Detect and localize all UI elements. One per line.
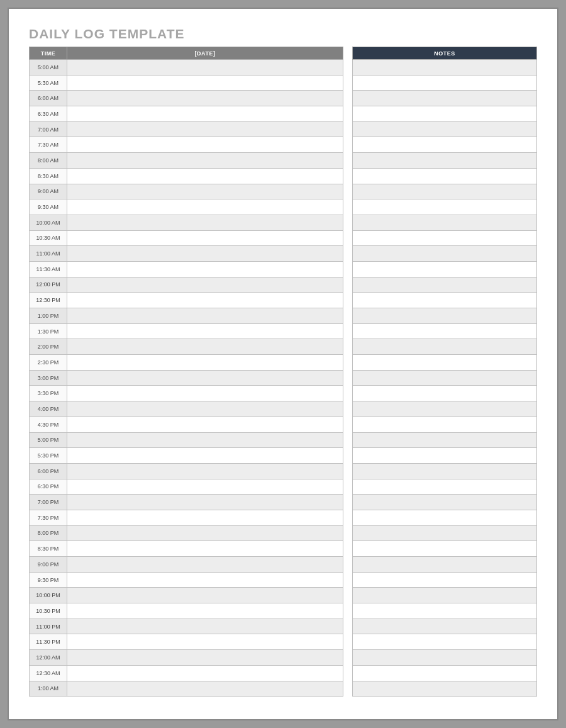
- entry-cell[interactable]: [67, 665, 343, 681]
- notes-cell[interactable]: [353, 91, 537, 106]
- entry-cell[interactable]: [67, 401, 343, 417]
- entry-cell[interactable]: [67, 261, 343, 277]
- entry-cell[interactable]: [67, 541, 343, 557]
- entry-cell[interactable]: [67, 634, 343, 650]
- notes-cell[interactable]: [353, 541, 537, 557]
- entry-cell[interactable]: [67, 75, 343, 91]
- entry-cell[interactable]: [67, 557, 343, 573]
- notes-cell[interactable]: [353, 215, 537, 230]
- notes-cell[interactable]: [353, 277, 537, 293]
- entry-cell[interactable]: [67, 308, 343, 324]
- notes-cell[interactable]: [353, 106, 537, 122]
- notes-cell[interactable]: [353, 153, 537, 169]
- entry-cell[interactable]: [67, 230, 343, 246]
- entry-cell[interactable]: [67, 121, 343, 137]
- entry-cell[interactable]: [67, 370, 343, 386]
- notes-cell[interactable]: [353, 323, 537, 339]
- notes-cell[interactable]: [353, 479, 537, 495]
- entry-cell[interactable]: [67, 432, 343, 448]
- entry-cell[interactable]: [67, 650, 343, 666]
- entry-cell[interactable]: [67, 603, 343, 619]
- notes-cell[interactable]: [353, 495, 537, 510]
- entry-cell[interactable]: [67, 199, 343, 215]
- table-row: [353, 75, 537, 91]
- entry-cell[interactable]: [67, 91, 343, 106]
- notes-cell[interactable]: [353, 168, 537, 184]
- notes-cell[interactable]: [353, 339, 537, 355]
- notes-cell[interactable]: [353, 137, 537, 153]
- entry-cell[interactable]: [67, 293, 343, 308]
- time-cell: 10:30 PM: [30, 603, 67, 619]
- notes-cell[interactable]: [353, 525, 537, 541]
- time-cell: 9:00 PM: [30, 557, 67, 573]
- entry-cell[interactable]: [67, 463, 343, 479]
- notes-cell[interactable]: [353, 603, 537, 619]
- notes-cell[interactable]: [353, 355, 537, 371]
- entry-cell[interactable]: [67, 386, 343, 401]
- notes-cell[interactable]: [353, 184, 537, 199]
- entry-cell[interactable]: [67, 681, 343, 697]
- notes-cell[interactable]: [353, 60, 537, 76]
- notes-cell[interactable]: [353, 665, 537, 681]
- time-cell: 6:30 PM: [30, 479, 67, 495]
- time-cell: 5:30 PM: [30, 448, 67, 464]
- entry-cell[interactable]: [67, 525, 343, 541]
- table-row: [353, 572, 537, 588]
- table-row: 6:30 PM: [30, 479, 343, 495]
- entry-cell[interactable]: [67, 448, 343, 464]
- notes-cell[interactable]: [353, 293, 537, 308]
- entry-cell[interactable]: [67, 215, 343, 230]
- time-cell: 9:00 AM: [30, 184, 67, 199]
- entry-cell[interactable]: [67, 479, 343, 495]
- notes-cell[interactable]: [353, 417, 537, 432]
- entry-cell[interactable]: [67, 588, 343, 603]
- entry-cell[interactable]: [67, 510, 343, 525]
- notes-cell[interactable]: [353, 448, 537, 464]
- notes-cell[interactable]: [353, 463, 537, 479]
- notes-cell[interactable]: [353, 557, 537, 573]
- entry-cell[interactable]: [67, 495, 343, 510]
- entry-cell[interactable]: [67, 277, 343, 293]
- table-row: [353, 401, 537, 417]
- table-row: 11:30 PM: [30, 634, 343, 650]
- table-row: [353, 603, 537, 619]
- entry-cell[interactable]: [67, 355, 343, 371]
- notes-cell[interactable]: [353, 230, 537, 246]
- entry-cell[interactable]: [67, 619, 343, 634]
- time-cell: 8:30 AM: [30, 168, 67, 184]
- notes-cell[interactable]: [353, 246, 537, 262]
- notes-cell[interactable]: [353, 619, 537, 634]
- entry-cell[interactable]: [67, 572, 343, 588]
- notes-cell[interactable]: [353, 121, 537, 137]
- column-header-date: [DATE]: [67, 47, 343, 60]
- table-row: 12:00 AM: [30, 650, 343, 666]
- entry-cell[interactable]: [67, 246, 343, 262]
- notes-cell[interactable]: [353, 199, 537, 215]
- notes-cell[interactable]: [353, 650, 537, 666]
- notes-cell[interactable]: [353, 572, 537, 588]
- entry-cell[interactable]: [67, 339, 343, 355]
- notes-cell[interactable]: [353, 370, 537, 386]
- time-cell: 6:00 PM: [30, 463, 67, 479]
- entry-cell[interactable]: [67, 137, 343, 153]
- notes-cell[interactable]: [353, 588, 537, 603]
- entry-cell[interactable]: [67, 60, 343, 76]
- notes-cell[interactable]: [353, 401, 537, 417]
- notes-cell[interactable]: [353, 681, 537, 697]
- table-row: 8:30 PM: [30, 541, 343, 557]
- entry-cell[interactable]: [67, 153, 343, 169]
- table-row: [353, 293, 537, 308]
- entry-cell[interactable]: [67, 417, 343, 432]
- notes-cell[interactable]: [353, 386, 537, 401]
- notes-cell[interactable]: [353, 261, 537, 277]
- notes-cell[interactable]: [353, 510, 537, 525]
- entry-cell[interactable]: [67, 168, 343, 184]
- entry-cell[interactable]: [67, 184, 343, 199]
- notes-cell[interactable]: [353, 432, 537, 448]
- column-header-notes: NOTES: [353, 47, 537, 60]
- notes-cell[interactable]: [353, 308, 537, 324]
- notes-cell[interactable]: [353, 75, 537, 91]
- notes-cell[interactable]: [353, 634, 537, 650]
- entry-cell[interactable]: [67, 106, 343, 122]
- entry-cell[interactable]: [67, 323, 343, 339]
